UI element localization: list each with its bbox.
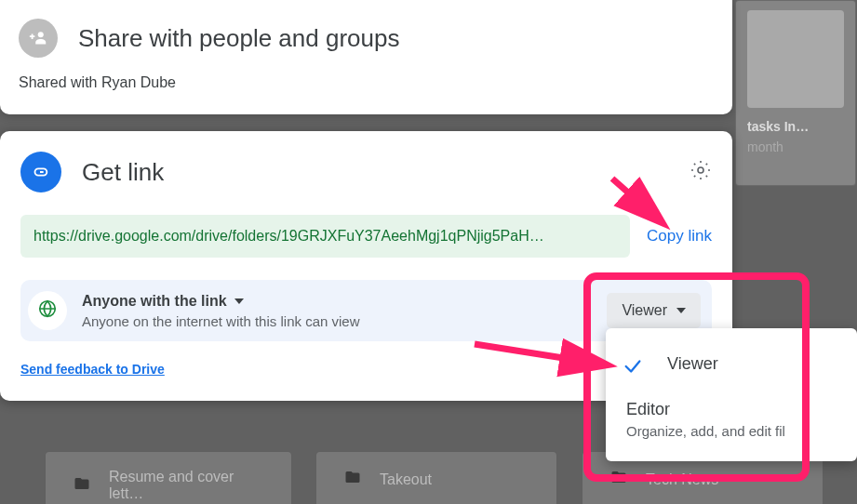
role-option-desc: Organize, add, and edit fil xyxy=(626,423,837,439)
folder-icon xyxy=(609,469,629,490)
folder-icon xyxy=(342,469,363,490)
bg-folder-label: Resume and cover lett… xyxy=(109,469,265,502)
bg-thumb-title: tasks In… xyxy=(747,119,844,134)
settings-gear-icon[interactable] xyxy=(690,159,712,185)
role-option-editor[interactable]: Editor Organize, add, and edit fil xyxy=(606,391,857,448)
bg-folder-takeout: Takeout xyxy=(315,451,557,504)
bg-folder-label: Takeout xyxy=(380,471,432,488)
chevron-down-icon xyxy=(676,308,686,313)
scope-title-label: Anyone with the link xyxy=(82,293,227,310)
folder-icon xyxy=(72,475,92,497)
svg-point-0 xyxy=(38,32,44,37)
role-option-viewer[interactable]: Viewer xyxy=(606,345,857,383)
bg-thumb-tasks: tasks In… month xyxy=(735,0,856,186)
globe-icon-wrap xyxy=(28,291,67,330)
send-feedback-link[interactable]: Send feedback to Drive xyxy=(20,362,165,377)
bg-thumb-sub: month xyxy=(747,139,844,154)
role-button-label: Viewer xyxy=(622,302,667,319)
scope-dropdown[interactable]: Anyone with the link xyxy=(82,293,592,310)
svg-point-1 xyxy=(698,167,703,173)
link-icon xyxy=(20,152,61,192)
bg-folder-resume: Resume and cover lett… xyxy=(45,451,292,504)
share-url-field[interactable]: https://drive.google.com/drive/folders/1… xyxy=(20,215,630,258)
globe-icon xyxy=(37,298,58,323)
role-select-button[interactable]: Viewer xyxy=(607,293,701,328)
chevron-down-icon xyxy=(234,298,244,304)
share-title: Share with people and groups xyxy=(78,24,399,53)
role-dropdown-menu: Viewer Editor Organize, add, and edit fi… xyxy=(606,328,857,461)
share-panel: Share with people and groups Shared with… xyxy=(0,0,732,114)
share-subtitle: Shared with Ryan Dube xyxy=(19,74,712,91)
check-icon xyxy=(623,356,643,380)
scope-subtitle: Anyone on the internet with this link ca… xyxy=(82,313,592,329)
share-people-icon xyxy=(19,19,58,58)
get-link-title: Get link xyxy=(82,158,669,187)
role-option-label: Editor xyxy=(626,400,837,419)
role-option-label: Viewer xyxy=(667,354,837,374)
copy-link-button[interactable]: Copy link xyxy=(647,227,712,245)
bg-folder-label: Tech News xyxy=(646,471,718,488)
